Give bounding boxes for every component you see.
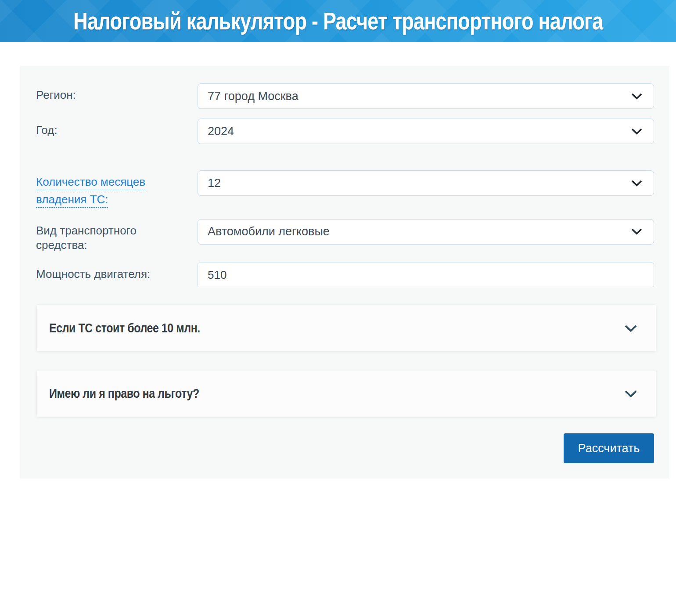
region-label: Регион: [36,83,198,103]
year-label: Год: [36,119,198,138]
button-row: Рассчитать [36,433,654,463]
power-field-wrap [198,263,654,287]
months-help-link[interactable]: Количество месяцев владения ТС: [36,170,198,209]
form-row-power: Мощность двигателя: [36,263,654,287]
chevron-down-icon [631,93,642,100]
page-title: Налоговый калькулятор - Расчет транспорт… [73,7,603,35]
power-label: Мощность двигателя: [36,263,198,282]
months-select-value: 12 [208,177,221,190]
region-select-value: 77 город Москва [208,90,298,103]
accordion-expensive-vehicle-title: Если ТС стоит более 10 млн. [49,321,200,335]
form-row-region: Регион: 77 город Москва [36,83,654,109]
chevron-down-icon [624,324,637,332]
accordion-expensive-vehicle[interactable]: Если ТС стоит более 10 млн. [37,305,656,351]
calculator-panel: Регион: 77 город Москва Год: 2024 Количе… [20,66,669,479]
chevron-down-icon [631,128,642,135]
vehicle-type-select[interactable]: Автомобили легковые [198,219,654,245]
months-label-wrap: Количество месяцев владения ТС: [36,170,198,209]
accordion-benefit-eligibility[interactable]: Имею ли я право на льготу? [37,371,656,417]
calculate-button[interactable]: Рассчитать [564,433,654,463]
chevron-down-icon [624,390,637,398]
power-input[interactable] [198,263,654,287]
vehicle-type-select-value: Автомобили легковые [208,225,330,238]
vehicle-type-label: Вид транспортного средства: [36,219,198,253]
year-select[interactable]: 2024 [198,119,654,144]
chevron-down-icon [631,228,642,235]
months-select[interactable]: 12 [198,170,654,196]
region-select[interactable]: 77 город Москва [198,83,654,109]
form-row-year: Год: 2024 [36,119,654,144]
form-row-months: Количество месяцев владения ТС: 12 [36,170,654,209]
accordion-benefit-eligibility-title: Имею ли я право на льготу? [49,386,199,401]
form-row-vehicle-type: Вид транспортного средства: Автомобили л… [36,219,654,253]
year-select-value: 2024 [208,125,234,138]
page-header: Налоговый калькулятор - Расчет транспорт… [0,0,676,42]
chevron-down-icon [631,180,642,187]
